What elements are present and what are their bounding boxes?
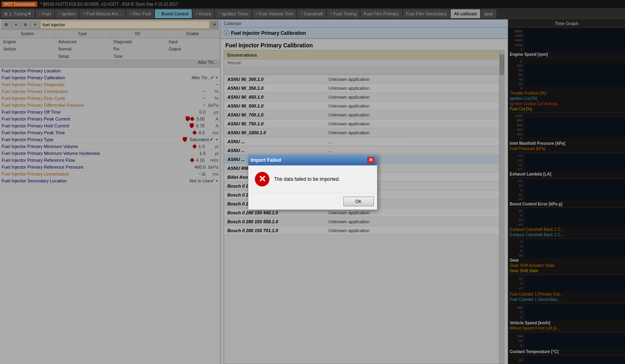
dialog-titlebar: Import Failed ✕ [248, 155, 377, 165]
dialog-close-button[interactable]: ✕ [367, 157, 375, 163]
dialog-footer: OK [248, 193, 377, 210]
import-failed-dialog: Import Failed ✕ ✕ The data failed to be … [248, 154, 377, 210]
dialog-ok-button[interactable]: OK [343, 197, 374, 206]
dialog-body: ✕ The data failed to be imported. [248, 165, 377, 193]
dialog-title: Import Failed [251, 157, 281, 163]
dialog-overlay: Import Failed ✕ ✕ The data failed to be … [0, 0, 625, 364]
dialog-message: The data failed to be imported. [274, 176, 340, 182]
error-icon: ✕ [255, 172, 269, 186]
